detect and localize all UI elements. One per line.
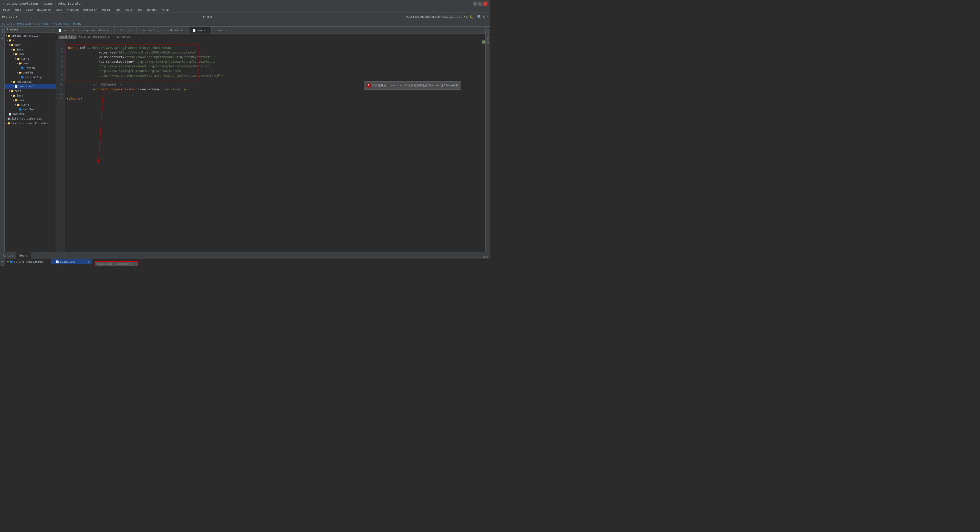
tree-test[interactable]: ▼📁 test xyxy=(5,89,56,93)
code-line-4: xmlns:context="http://www.springframewor… xyxy=(67,55,480,59)
more-button[interactable]: ⋯ xyxy=(474,15,476,19)
menu-build[interactable]: Build xyxy=(99,8,112,12)
breadcrumb-src: src xyxy=(35,22,40,25)
menu-code[interactable]: Code xyxy=(53,8,64,12)
tree-beans-xml[interactable]: ▶📄 beans.xml xyxy=(5,84,56,89)
tree-java[interactable]: ▼📁 java xyxy=(5,47,56,52)
tree-src[interactable]: ▼📁 src xyxy=(5,38,56,43)
code-line-3: xmlns:xsi="http://www.w3.org/2001/XMLSch… xyxy=(67,50,480,55)
settings-button[interactable]: ⚙ xyxy=(482,15,485,19)
app-icon: ⚙ xyxy=(3,2,4,5)
tree-scratches[interactable]: ▶📁 Scratches and Consoles xyxy=(5,121,56,125)
toolbar-collapse-icon[interactable]: ≡ xyxy=(207,15,209,19)
help-icon[interactable]: ? xyxy=(486,15,488,19)
settings-icon[interactable]: ⚙ xyxy=(483,255,485,259)
menu-view[interactable]: View xyxy=(24,8,35,12)
code-line-12 xyxy=(67,92,480,96)
code-line-2: <beans xmlns="http://www.springframework… xyxy=(67,46,480,50)
project-icon[interactable]: Project xyxy=(0,28,4,40)
toolbar-project-label: Project ▾ xyxy=(2,15,18,18)
maximize-button[interactable]: □ xyxy=(478,2,482,6)
tree-bean-folder[interactable]: ▼📁 bean xyxy=(5,61,56,65)
tree-pomxml[interactable]: ▶📄 pom.xml xyxy=(5,112,56,116)
menu-file[interactable]: File xyxy=(1,8,12,12)
tab-person[interactable]: ☕ Person ✕ xyxy=(115,27,137,33)
mainconfig-xml-item[interactable]: ▶ ⚙ MainConfig ▶ xyxy=(51,264,92,266)
menu-edit[interactable]: Edit xyxy=(13,8,24,12)
tree-person[interactable]: ▶🔵 Person xyxy=(5,65,56,70)
refresh-icon[interactable]: ⟳ xyxy=(1,260,3,264)
project-header-icons: ⚙ xyxy=(52,28,54,31)
menu-help[interactable]: Help xyxy=(160,8,171,12)
tab-maintest[interactable]: ☕ MainTest ✕ xyxy=(165,27,190,33)
tree-config-folder[interactable]: ▼📁 config xyxy=(5,70,56,75)
code-line-1 xyxy=(67,41,480,46)
tab-beans[interactable]: Beans xyxy=(16,252,31,259)
tab-mainconfig[interactable]: ☕ MainConfig ✕ xyxy=(137,27,165,33)
tree-com[interactable]: ▼📁 com xyxy=(5,52,56,56)
tab-pomxml[interactable]: 📄 pom.xml (spring-annotation) ✕ xyxy=(56,27,115,33)
tooltip-text: 打开注释后, beans.xml对应的容器中包含了person这个bean对象 xyxy=(372,83,458,88)
window-title: spring-annotation - beans - Administrato… xyxy=(6,2,82,5)
breadcrumb-resources: resources xyxy=(54,22,69,25)
menu-window[interactable]: Window xyxy=(145,8,159,12)
tree-test-java[interactable]: ▼📁 java xyxy=(5,93,56,98)
code-line-13: </beans> xyxy=(67,96,480,101)
line-numbers: 1 2 3 4 5 6 7 8 9 10 11 12 13 xyxy=(56,40,65,252)
tree-maintest[interactable]: ▶🔵 MainTest xyxy=(5,107,56,112)
tree-xiong[interactable]: ▼📁 xiong xyxy=(5,56,56,61)
code-line-5: xsi:schemaLocation="http://www.springfra… xyxy=(67,59,480,64)
project-tree: ▼📁 spring-annotation ▼📁 src ▼📁 main ▼📁 j… xyxy=(5,33,56,252)
code-editor[interactable]: 1 2 3 4 5 6 7 8 9 10 11 12 13 <beans xyxy=(56,40,485,252)
tree-resources[interactable]: ▼📁 resources xyxy=(5,79,56,84)
menu-vcs[interactable]: VCS xyxy=(135,8,145,12)
run-button[interactable]: ▶ xyxy=(466,15,468,19)
lightbulb-icon[interactable]: 💡 xyxy=(65,87,65,92)
expand-icon[interactable]: ✕ xyxy=(486,255,488,259)
menu-run[interactable]: Run xyxy=(113,8,122,12)
beans-node-selected[interactable]: {com.xiong} [Component] ⚙ mainConfig 👤 p… xyxy=(95,261,138,266)
tab-spring[interactable]: Spring xyxy=(0,252,16,259)
tree-external-libraries[interactable]: ▶📚 External Libraries xyxy=(5,116,56,121)
tree-spring-annotation[interactable]: ▼📁 spring-annotation xyxy=(5,33,56,38)
breadcrumb: spring-annotation › src › main › resourc… xyxy=(0,21,490,27)
right-gutter xyxy=(482,40,485,252)
filter-icon[interactable]: ▽ xyxy=(2,264,3,266)
beans-tree-beans[interactable]: ▶ 🫘 Beans xyxy=(5,264,51,266)
breadcrumb-beans: beans xyxy=(73,22,81,25)
menu-analyze[interactable]: Analyze xyxy=(65,8,81,12)
window-controls[interactable]: ─ □ ✕ xyxy=(473,2,487,6)
menu-tools[interactable]: Tools xyxy=(122,8,135,12)
tree-test-xiong[interactable]: ▼📁 xiong xyxy=(5,102,56,107)
close-button[interactable]: ✕ xyxy=(483,2,487,6)
menu-navigate[interactable]: Navigate xyxy=(35,8,53,12)
tree-test-com[interactable]: ▼📁 com xyxy=(5,98,56,102)
search-everywhere-button[interactable]: 🔍 xyxy=(477,15,482,19)
toolbar-sync-icon[interactable]: ⟳ xyxy=(203,15,206,19)
toolbar: Project ▾ ⟳ ≡ ⚙ − MainTest.getBeanByConf… xyxy=(0,13,490,21)
tree-main[interactable]: ▼📁 main xyxy=(5,43,56,47)
menu-refactor[interactable]: Refactor xyxy=(81,8,99,12)
minimize-button[interactable]: ─ xyxy=(473,2,477,6)
title-bar: ⚙ spring-annotation - beans - Administra… xyxy=(0,0,490,7)
tooltip-badge: 1 xyxy=(366,83,371,87)
beans-xml-item[interactable]: ▶ 📄 beans.xml ▶ xyxy=(51,259,92,264)
local-file-badge: Local File xyxy=(58,35,77,39)
beans-xml-col: ▶ 📄 beans.xml ▶ ▶ ⚙ MainConfig ▶ xyxy=(51,259,92,266)
tab-beans[interactable]: 📄 beans ✕ xyxy=(190,27,212,33)
right-sidebar-icon[interactable]: Structure xyxy=(487,30,489,43)
toolbar-minus-icon[interactable]: − xyxy=(213,15,215,19)
breadcrumb-main: main xyxy=(43,22,51,25)
debug-button[interactable]: 🐛 xyxy=(469,15,473,19)
toolbar-gear-icon[interactable]: ⚙ xyxy=(210,15,212,19)
tree-mainconfig[interactable]: ▶🔵 MainConfig xyxy=(5,75,56,79)
tooltip-box: 1 打开注释后, beans.xml对应的容器中包含了person这个bean对… xyxy=(364,81,461,90)
gear-icon[interactable]: ⚙ xyxy=(52,28,54,31)
project-panel-header: Project ⚙ xyxy=(5,27,56,33)
side-panel-icons: Project xyxy=(0,27,5,252)
beans-tree-root[interactable]: ▼ 🔵 spring-annotation xyxy=(5,259,51,264)
code-content[interactable]: <beans xmlns="http://www.springframework… xyxy=(65,40,482,252)
beans-diagram: {com.xiong} [Component] ⚙ mainConfig 👤 p… xyxy=(92,259,490,266)
tab-bean[interactable]: ☕ Bean ✕ xyxy=(212,27,230,33)
editor-tabs: 📄 pom.xml (spring-annotation) ✕ ☕ Person… xyxy=(56,27,485,34)
